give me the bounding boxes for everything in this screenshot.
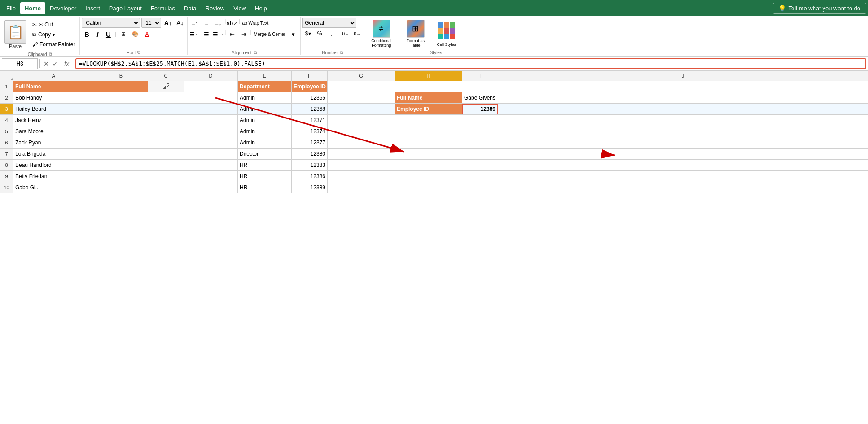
conditional-formatting-btn[interactable]: ≠ Conditional Formatting bbox=[366, 19, 397, 48]
cell-j5[interactable] bbox=[498, 126, 868, 137]
cell-f9[interactable]: 12386 bbox=[292, 171, 328, 182]
paste-button[interactable]: 📋 Paste bbox=[3, 19, 28, 50]
cell-f6[interactable]: 12377 bbox=[292, 137, 328, 148]
cell-d2[interactable] bbox=[184, 92, 238, 103]
cell-g8[interactable] bbox=[328, 160, 395, 170]
cell-f7[interactable]: 12380 bbox=[292, 149, 328, 159]
cell-c4[interactable] bbox=[148, 115, 184, 126]
row-header-7[interactable]: 7 bbox=[0, 149, 13, 159]
col-header-d[interactable]: D bbox=[184, 71, 238, 81]
comma-btn[interactable]: , bbox=[326, 29, 337, 38]
cell-e2[interactable]: Admin bbox=[238, 92, 292, 103]
cell-reference-input[interactable] bbox=[2, 58, 38, 69]
menu-page-layout[interactable]: Page Layout bbox=[105, 2, 146, 14]
cell-h9[interactable] bbox=[395, 171, 462, 182]
cell-e6[interactable]: Admin bbox=[238, 137, 292, 148]
cell-a3[interactable]: Hailey Beard bbox=[13, 104, 94, 114]
cell-f5[interactable]: 12374 bbox=[292, 126, 328, 137]
menu-review[interactable]: Review bbox=[201, 2, 229, 14]
cell-a1[interactable]: Full Name bbox=[13, 81, 94, 92]
cell-b4[interactable] bbox=[94, 115, 148, 126]
cell-a5[interactable]: Sara Moore bbox=[13, 126, 94, 137]
currency-btn[interactable]: $▾ bbox=[302, 29, 313, 38]
cell-h2[interactable]: Full Name bbox=[395, 92, 462, 103]
cell-d7[interactable] bbox=[184, 149, 238, 159]
cell-j6[interactable] bbox=[498, 137, 868, 148]
cell-i10[interactable] bbox=[462, 182, 498, 193]
row-header-8[interactable]: 8 bbox=[0, 160, 13, 170]
cell-f4[interactable]: 12371 bbox=[292, 115, 328, 126]
cell-e5[interactable]: Admin bbox=[238, 126, 292, 137]
increase-decimal-btn[interactable]: .0→ bbox=[351, 29, 362, 38]
cell-i2[interactable]: Gabe Givens bbox=[462, 92, 498, 103]
row-header-9[interactable]: 9 bbox=[0, 171, 13, 182]
menu-home[interactable]: Home bbox=[20, 2, 45, 14]
cell-e7[interactable]: Director bbox=[238, 149, 292, 159]
cell-c2[interactable] bbox=[148, 92, 184, 103]
cell-f8[interactable]: 12383 bbox=[292, 160, 328, 170]
formula-fx-icon[interactable]: fx bbox=[61, 60, 72, 67]
cell-e8[interactable]: HR bbox=[238, 160, 292, 170]
cell-j9[interactable] bbox=[498, 171, 868, 182]
cell-b6[interactable] bbox=[94, 137, 148, 148]
menu-insert[interactable]: Insert bbox=[81, 2, 105, 14]
cell-i9[interactable] bbox=[462, 171, 498, 182]
bold-btn[interactable]: B bbox=[82, 29, 92, 39]
cell-c7[interactable] bbox=[148, 149, 184, 159]
cell-a4[interactable]: Jack Heinz bbox=[13, 115, 94, 126]
cell-i8[interactable] bbox=[462, 160, 498, 170]
cell-a2[interactable]: Bob Handy bbox=[13, 92, 94, 103]
cell-h8[interactable] bbox=[395, 160, 462, 170]
cell-e4[interactable]: Admin bbox=[238, 115, 292, 126]
borders-btn[interactable]: ⊞ bbox=[118, 30, 129, 39]
format-as-table-btn[interactable]: ⊞ Format as Table bbox=[400, 19, 431, 48]
menu-formulas[interactable]: Formulas bbox=[146, 2, 180, 14]
col-header-c[interactable]: C bbox=[148, 71, 184, 81]
cell-g4[interactable] bbox=[328, 115, 395, 126]
font-color-btn[interactable]: A bbox=[141, 30, 152, 39]
cell-g6[interactable] bbox=[328, 137, 395, 148]
row-header-6[interactable]: 6 bbox=[0, 137, 13, 148]
cell-d5[interactable] bbox=[184, 126, 238, 137]
merge-dropdown-btn[interactable]: ▾ bbox=[288, 29, 298, 39]
row-header-3[interactable]: 3 bbox=[0, 104, 13, 114]
col-header-g[interactable]: G bbox=[328, 71, 395, 81]
menu-help[interactable]: Help bbox=[250, 2, 272, 14]
cell-c6[interactable] bbox=[148, 137, 184, 148]
row-header-5[interactable]: 5 bbox=[0, 126, 13, 137]
cell-f2[interactable]: 12365 bbox=[292, 92, 328, 103]
increase-font-btn[interactable]: A↑ bbox=[162, 18, 173, 27]
menu-data[interactable]: Data bbox=[180, 2, 201, 14]
col-header-a[interactable]: A bbox=[13, 71, 94, 81]
top-align-btn[interactable]: ≡↑ bbox=[189, 18, 200, 28]
cell-i5[interactable] bbox=[462, 126, 498, 137]
cell-d4[interactable] bbox=[184, 115, 238, 126]
cell-h5[interactable] bbox=[395, 126, 462, 137]
cell-h6[interactable] bbox=[395, 137, 462, 148]
cell-e1[interactable]: Department bbox=[238, 81, 292, 92]
cell-c3[interactable] bbox=[148, 104, 184, 114]
cell-c9[interactable] bbox=[148, 171, 184, 182]
cell-c1[interactable]: 🖌 bbox=[148, 81, 184, 92]
formula-confirm-icon[interactable]: ✓ bbox=[53, 60, 58, 67]
decrease-decimal-btn[interactable]: .0← bbox=[340, 29, 351, 38]
italic-btn[interactable]: I bbox=[92, 29, 102, 39]
cell-g3[interactable] bbox=[328, 104, 395, 114]
cell-b2[interactable] bbox=[94, 92, 148, 103]
fill-color-btn[interactable]: 🎨 bbox=[130, 30, 140, 39]
cell-h1[interactable] bbox=[395, 81, 462, 92]
cell-i7[interactable] bbox=[462, 149, 498, 159]
tell-me-box[interactable]: 💡 Tell me what you want to do bbox=[773, 3, 866, 14]
cell-b10[interactable] bbox=[94, 182, 148, 193]
cell-styles-btn[interactable]: Cell Styles bbox=[434, 20, 459, 48]
col-header-b[interactable]: B bbox=[94, 71, 148, 81]
cell-i6[interactable] bbox=[462, 137, 498, 148]
decrease-indent-btn[interactable]: ⇤ bbox=[227, 29, 237, 39]
format-painter-button[interactable]: 🖌 Format Painter bbox=[31, 40, 77, 48]
cell-h4[interactable] bbox=[395, 115, 462, 126]
cell-g9[interactable] bbox=[328, 171, 395, 182]
orientation-btn[interactable]: ab↗ bbox=[227, 18, 237, 28]
row-header-2[interactable]: 2 bbox=[0, 92, 13, 103]
cell-d8[interactable] bbox=[184, 160, 238, 170]
font-name-select[interactable]: Calibri bbox=[82, 18, 140, 28]
